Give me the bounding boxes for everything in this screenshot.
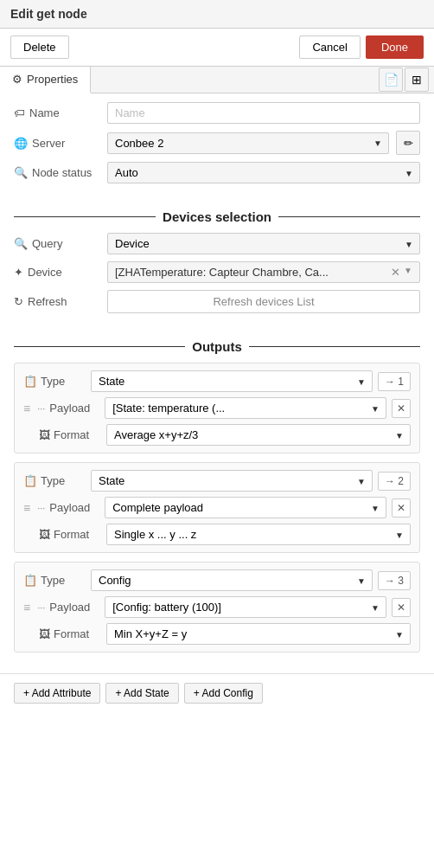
output-2-type-select[interactable]: State (91, 470, 373, 492)
search-icon: 🔍 (14, 166, 28, 179)
drag-handle-3[interactable]: ≡ (23, 601, 30, 614)
devices-title: Devices selection (163, 209, 271, 224)
output-2-format-select[interactable]: Single x ... y ... z (106, 524, 411, 545)
tab-doc-button[interactable]: 📄 (379, 68, 403, 92)
device-clear-icon[interactable]: ✕ (391, 266, 400, 279)
drag-handle-2[interactable]: ≡ (23, 501, 30, 515)
output-1-payload-label: ··· Payload (37, 402, 99, 415)
output-2-payload-label: ··· Payload (37, 501, 99, 514)
page-title: Edit get node (10, 7, 87, 21)
form-section: 🏷 Name 🌐 Server Conbee 2 ▼ ✏ 🔍 Node stat… (0, 93, 434, 199)
output-card-2: 📋 Type State ▼ → 2 ≡ ··· Payload Complet… (14, 462, 420, 553)
dots-icon-3: ··· (37, 602, 45, 613)
output-3-format-label: 🖼 Format (39, 627, 101, 640)
refresh-row: ↻ Refresh Refresh devices List (14, 290, 420, 313)
name-row: 🏷 Name (14, 102, 420, 124)
device-chevron-icon[interactable]: ▼ (404, 266, 412, 279)
gear-icon (12, 73, 22, 86)
server-edit-button[interactable]: ✏ (396, 131, 420, 155)
divider-line-right (278, 216, 420, 217)
output-2-payload-select[interactable]: Complete payload (105, 497, 386, 518)
output-card-1: 📋 Type State ▼ → 1 ≡ ··· Payload [State:… (14, 363, 420, 453)
tab-icon-group: 📄 ⊞ (379, 68, 434, 92)
device-value: [ZHATemperature: Capteur Chambre, Ca... (115, 266, 329, 279)
tab-properties-label: Properties (27, 73, 78, 86)
output-1-format-select[interactable]: Average x+y+z/3 (106, 424, 411, 446)
done-button[interactable]: Done (366, 35, 424, 59)
cancel-button[interactable]: Cancel (299, 35, 360, 59)
output-1-payload-select[interactable]: [State: temperature (... (105, 397, 386, 419)
output-1-type-wrap: State ▼ (91, 370, 373, 392)
output-1-format-row: 🖼 Format Average x+y+z/3 ▼ (23, 424, 411, 446)
action-buttons-right: Cancel Done (299, 35, 424, 59)
output-2-format-wrap: Single x ... y ... z ▼ (106, 524, 411, 545)
bottom-bar: + Add Attribute + Add State + Add Config (0, 673, 434, 712)
server-label: 🌐 Server (14, 137, 100, 150)
device-row: ✦ Device [ZHATemperature: Capteur Chambr… (14, 261, 420, 283)
output-2-close-button[interactable]: ✕ (392, 498, 411, 518)
output-3-payload-wrap: [Config: battery (100)] ▼ (105, 596, 386, 618)
output-1-close-button[interactable]: ✕ (392, 399, 411, 418)
add-attribute-button[interactable]: + Add Attribute (14, 683, 100, 704)
outputs-title: Outputs (192, 339, 242, 354)
drag-handle-1[interactable]: ≡ (23, 402, 30, 415)
action-bar: Delete Cancel Done (0, 29, 434, 67)
tag-icon: 🏷 (14, 106, 25, 119)
outputs-divider-line-left (14, 346, 185, 347)
doc-icon: 📄 (384, 73, 399, 87)
output-3-format-row: 🖼 Format Min X+y+Z = y ▼ (23, 623, 411, 645)
query-select-wrap: Device ▼ (107, 233, 420, 254)
title-bar: Edit get node (0, 0, 434, 29)
device-label: ✦ Device (14, 266, 100, 279)
refresh-button[interactable]: Refresh devices List (107, 290, 420, 313)
delete-button[interactable]: Delete (10, 35, 69, 59)
output-2-type-label: 📋 Type (23, 474, 86, 487)
tab-properties[interactable]: Properties (0, 67, 91, 93)
output-3-payload-row: ≡ ··· Payload [Config: battery (100)] ▼ … (23, 596, 411, 618)
output-3-type-select[interactable]: Config (91, 569, 373, 591)
add-config-button[interactable]: + Add Config (184, 683, 263, 704)
tab-grid-button[interactable]: ⊞ (405, 68, 429, 92)
output-3-type-row: 📋 Type Config ▼ → 3 (23, 569, 411, 591)
output-3-format-wrap: Min X+y+Z = y ▼ (106, 623, 411, 645)
server-select-wrap: Conbee 2 ▼ (107, 132, 389, 154)
name-input[interactable] (107, 102, 420, 124)
outputs-divider-line-right (249, 346, 420, 347)
output-1-type-row: 📋 Type State ▼ → 1 (23, 370, 411, 392)
output-3-close-button[interactable]: ✕ (392, 598, 411, 617)
divider-line-left (14, 216, 156, 217)
query-select[interactable]: Device (107, 233, 420, 254)
output-3-type-label: 📋 Type (23, 574, 86, 587)
output-3-payload-select[interactable]: [Config: battery (100)] (105, 596, 386, 618)
add-state-button[interactable]: + Add State (105, 683, 178, 704)
output-card-3: 📋 Type Config ▼ → 3 ≡ ··· Payload [Confi… (14, 562, 420, 653)
output-1-arrow-badge: → 1 (378, 372, 411, 391)
file-icon-2: 📋 (23, 474, 37, 487)
device-input[interactable]: [ZHATemperature: Capteur Chambre, Ca... … (107, 261, 420, 283)
output-3-format-select[interactable]: Min X+y+Z = y (106, 623, 411, 645)
output-2-format-row: 🖼 Format Single x ... y ... z ▼ (23, 524, 411, 545)
devices-section: Devices selection 🔍 Query Device ▼ ✦ Dev… (0, 209, 434, 329)
refresh-icon: ↻ (14, 295, 23, 308)
output-1-type-select[interactable]: State (91, 370, 373, 392)
output-1-payload-wrap: [State: temperature (... ▼ (105, 397, 386, 419)
server-select[interactable]: Conbee 2 (107, 132, 389, 154)
device-icons: ✕ ▼ (391, 266, 412, 279)
device-icon: ✦ (14, 266, 23, 279)
output-3-type-wrap: Config ▼ (91, 569, 373, 591)
output-2-arrow-badge: → 2 (378, 472, 411, 491)
node-status-row: 🔍 Node status Auto ▼ (14, 162, 420, 183)
server-row: 🌐 Server Conbee 2 ▼ ✏ (14, 131, 420, 155)
node-status-select[interactable]: Auto (107, 162, 420, 183)
img-icon-2: 🖼 (39, 528, 50, 541)
output-2-format-label: 🖼 Format (39, 528, 101, 541)
dots-icon-1: ··· (37, 403, 45, 414)
query-row: 🔍 Query Device ▼ (14, 233, 420, 254)
devices-divider: Devices selection (14, 209, 420, 224)
img-icon-1: 🖼 (39, 428, 50, 441)
output-1-payload-row: ≡ ··· Payload [State: temperature (... ▼… (23, 397, 411, 419)
name-label: 🏷 Name (14, 106, 100, 119)
node-status-select-wrap: Auto ▼ (107, 162, 420, 183)
dots-icon-2: ··· (37, 503, 45, 513)
output-1-type-label: 📋 Type (23, 375, 86, 388)
